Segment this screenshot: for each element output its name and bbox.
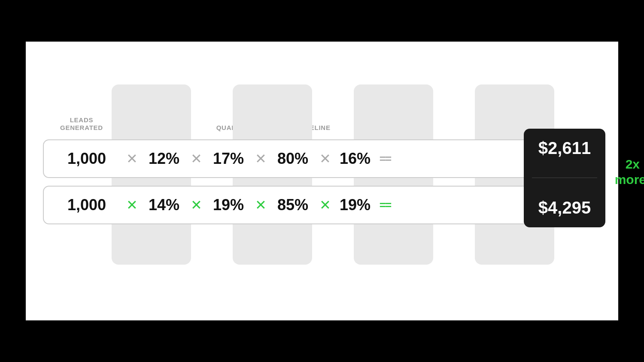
header-won: WON	[354, 124, 427, 132]
row1-qualified: 17%	[207, 150, 250, 168]
row2-x3-icon: ✕	[250, 197, 271, 213]
row1: 1,000 ✕ 12% ✕ 17% ✕ 80%	[43, 139, 556, 178]
note-2x-more: 2x more!	[615, 157, 644, 187]
row1-wrapper: 1,000 ✕ 12% ✕ 17% ✕ 80%	[43, 139, 601, 178]
row2: 1,000 ✕ 14% ✕ 19% ✕ 85%	[43, 186, 556, 224]
bottom-labels: 2% better	[43, 230, 601, 241]
mrr-row2-value: $4,295	[538, 198, 591, 217]
row2-x4-icon: ✕	[314, 197, 336, 213]
mrr-separator	[532, 178, 597, 178]
header-assigned: ASSIGNEDTO REP	[116, 116, 195, 132]
mrr-row1-value: $2,611	[538, 139, 591, 158]
mrr-dark-box: $2,611 $4,295	[524, 129, 605, 227]
row1-assigned: 12%	[143, 150, 185, 168]
header-leads: LEADSGENERATED	[47, 116, 116, 132]
label-assigned-better: 2% better	[116, 230, 195, 241]
row2-equals-icon: ==	[374, 199, 396, 212]
header-mrr: MRR$1,000	[453, 116, 535, 132]
main-container: LEADSGENERATED ASSIGNEDTO REP QUALIFIED …	[26, 42, 618, 320]
row2-x1-icon: ✕	[121, 197, 143, 213]
header-pipeline: PIPELINE	[275, 124, 354, 132]
row2-won: 19%	[336, 196, 374, 214]
row1-x1-icon: ✕	[121, 151, 143, 167]
row1-x4-icon: ✕	[314, 151, 336, 167]
row1-equals-icon: ==	[374, 152, 396, 166]
row2-wrapper: 1,000 ✕ 14% ✕ 19% ✕ 85%	[43, 186, 601, 224]
row1-pipeline: 80%	[271, 150, 314, 168]
rows-area: 1,000 ✕ 12% ✕ 17% ✕ 80%	[43, 139, 601, 224]
row1-leads: 1,000	[52, 150, 121, 168]
row2-assigned: 14%	[143, 196, 185, 214]
row2-leads: 1,000	[52, 196, 121, 214]
row2-qualified: 19%	[207, 196, 250, 214]
row2-pipeline: 85%	[271, 196, 314, 214]
row1-x2-icon: ✕	[185, 151, 207, 167]
header-qualified: QUALIFIED	[195, 124, 275, 132]
row1-won: 16%	[336, 150, 374, 168]
row1-x3-icon: ✕	[250, 151, 271, 167]
headers-row: LEADSGENERATED ASSIGNEDTO REP QUALIFIED …	[43, 116, 601, 132]
row2-x2-icon: ✕	[185, 197, 207, 213]
